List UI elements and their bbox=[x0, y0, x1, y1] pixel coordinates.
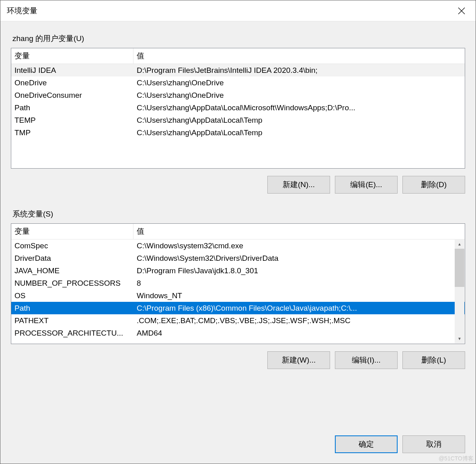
cell-variable: IntelliJ IDEA bbox=[11, 66, 133, 75]
cell-variable: TEMP bbox=[11, 116, 133, 125]
table-row[interactable]: PathC:\Users\zhang\AppData\Local\Microso… bbox=[11, 101, 465, 114]
table-row[interactable]: PATHEXT.COM;.EXE;.BAT;.CMD;.VBS;.VBE;.JS… bbox=[11, 314, 465, 327]
system-variables-group: 系统变量(S) 变量 值 ComSpecC:\Windows\system32\… bbox=[11, 209, 465, 369]
cell-variable: ComSpec bbox=[11, 241, 133, 250]
table-row[interactable]: TEMPC:\Users\zhang\AppData\Local\Temp bbox=[11, 114, 465, 126]
scroll-thumb[interactable] bbox=[455, 249, 464, 287]
user-variables-listbox[interactable]: 变量 值 IntelliJ IDEAD:\Program Files\JetBr… bbox=[11, 48, 465, 169]
system-delete-button[interactable]: 删除(L) bbox=[402, 351, 465, 369]
cell-value: C:\Windows\system32\cmd.exe bbox=[133, 241, 465, 250]
dialog-title: 环境变量 bbox=[7, 6, 447, 16]
system-rows: ComSpecC:\Windows\system32\cmd.exeDriver… bbox=[11, 239, 465, 339]
system-edit-button[interactable]: 编辑(I)... bbox=[335, 351, 398, 369]
cell-value: C:\Users\zhang\AppData\Local\Temp bbox=[133, 116, 465, 125]
cell-value: Windows_NT bbox=[133, 291, 465, 300]
column-header-value[interactable]: 值 bbox=[133, 224, 465, 239]
cell-value: AMD64 bbox=[133, 329, 465, 338]
user-edit-button[interactable]: 编辑(E)... bbox=[335, 176, 398, 194]
column-header-variable[interactable]: 变量 bbox=[11, 48, 133, 64]
cell-variable: JAVA_HOME bbox=[11, 266, 133, 275]
cell-variable: OS bbox=[11, 291, 133, 300]
dialog-footer: 确定 取消 bbox=[0, 428, 476, 464]
system-button-row: 新建(W)... 编辑(I)... 删除(L) bbox=[11, 351, 465, 369]
cell-value: C:\Windows\System32\Drivers\DriverData bbox=[133, 254, 465, 263]
cell-value: C:\Users\zhang\OneDrive bbox=[133, 91, 465, 100]
system-variables-listbox[interactable]: 变量 值 ComSpecC:\Windows\system32\cmd.exeD… bbox=[11, 223, 465, 344]
table-row[interactable]: JAVA_HOMED:\Program Files\Java\jdk1.8.0_… bbox=[11, 264, 465, 277]
close-button[interactable] bbox=[447, 0, 476, 21]
table-row[interactable]: ComSpecC:\Windows\system32\cmd.exe bbox=[11, 239, 465, 252]
system-variables-label: 系统变量(S) bbox=[11, 209, 465, 219]
cell-value: 8 bbox=[133, 279, 465, 288]
cell-variable: OneDriveConsumer bbox=[11, 91, 133, 100]
user-variables-group: zhang 的用户变量(U) 变量 值 IntelliJ IDEAD:\Prog… bbox=[11, 33, 465, 194]
user-rows: IntelliJ IDEAD:\Program Files\JetBrains\… bbox=[11, 64, 465, 139]
cell-value: C:\Users\zhang\AppData\Local\Temp bbox=[133, 128, 465, 137]
user-button-row: 新建(N)... 编辑(E)... 删除(D) bbox=[11, 176, 465, 194]
cell-variable: PATHEXT bbox=[11, 316, 133, 325]
ok-button[interactable]: 确定 bbox=[335, 435, 398, 453]
cell-value: D:\Program Files\Java\jdk1.8.0_301 bbox=[133, 266, 465, 275]
cell-variable: PROCESSOR_ARCHITECTU... bbox=[11, 329, 133, 338]
table-row[interactable]: TMPC:\Users\zhang\AppData\Local\Temp bbox=[11, 126, 465, 139]
column-header-variable[interactable]: 变量 bbox=[11, 224, 133, 239]
cell-value: C:\Users\zhang\OneDrive bbox=[133, 78, 465, 87]
cell-variable: Path bbox=[11, 103, 133, 112]
cell-value: C:\Users\zhang\AppData\Local\Microsoft\W… bbox=[133, 103, 465, 112]
table-row[interactable]: IntelliJ IDEAD:\Program Files\JetBrains\… bbox=[11, 64, 465, 76]
user-new-button[interactable]: 新建(N)... bbox=[267, 176, 330, 194]
close-icon bbox=[458, 7, 465, 14]
user-listbox-header: 变量 值 bbox=[11, 48, 465, 64]
table-row[interactable]: OSWindows_NT bbox=[11, 289, 465, 302]
table-row[interactable]: OneDriveConsumerC:\Users\zhang\OneDrive bbox=[11, 89, 465, 101]
table-row[interactable]: PROCESSOR_ARCHITECTU...AMD64 bbox=[11, 327, 465, 339]
cell-variable: TMP bbox=[11, 128, 133, 137]
system-new-button[interactable]: 新建(W)... bbox=[267, 351, 330, 369]
cell-value: C:\Program Files (x86)\Common Files\Orac… bbox=[133, 304, 465, 313]
environment-variables-dialog: 环境变量 zhang 的用户变量(U) 变量 值 IntelliJ IDEAD:… bbox=[0, 0, 476, 464]
user-variables-label: zhang 的用户变量(U) bbox=[11, 33, 465, 44]
cell-variable: Path bbox=[11, 304, 133, 313]
user-delete-button[interactable]: 删除(D) bbox=[402, 176, 465, 194]
cell-value: D:\Program Files\JetBrains\IntelliJ IDEA… bbox=[133, 66, 465, 75]
table-row[interactable]: OneDriveC:\Users\zhang\OneDrive bbox=[11, 76, 465, 89]
cell-variable: NUMBER_OF_PROCESSORS bbox=[11, 279, 133, 288]
system-scrollbar[interactable]: ▲ ▼ bbox=[455, 239, 464, 343]
scroll-track[interactable] bbox=[455, 249, 464, 334]
table-row[interactable]: NUMBER_OF_PROCESSORS8 bbox=[11, 277, 465, 289]
system-listbox-header: 变量 值 bbox=[11, 224, 465, 239]
cell-variable: OneDrive bbox=[11, 78, 133, 87]
dialog-content: zhang 的用户变量(U) 变量 值 IntelliJ IDEAD:\Prog… bbox=[0, 21, 476, 428]
cancel-button[interactable]: 取消 bbox=[402, 435, 465, 453]
cell-value: .COM;.EXE;.BAT;.CMD;.VBS;.VBE;.JS;.JSE;.… bbox=[133, 316, 465, 325]
scroll-up-icon[interactable]: ▲ bbox=[455, 239, 464, 249]
table-row[interactable]: PathC:\Program Files (x86)\Common Files\… bbox=[11, 302, 465, 314]
column-header-value[interactable]: 值 bbox=[133, 48, 465, 64]
cell-variable: DriverData bbox=[11, 254, 133, 263]
table-row[interactable]: DriverDataC:\Windows\System32\Drivers\Dr… bbox=[11, 252, 465, 264]
scroll-down-icon[interactable]: ▼ bbox=[455, 334, 464, 343]
titlebar: 环境变量 bbox=[0, 0, 476, 21]
